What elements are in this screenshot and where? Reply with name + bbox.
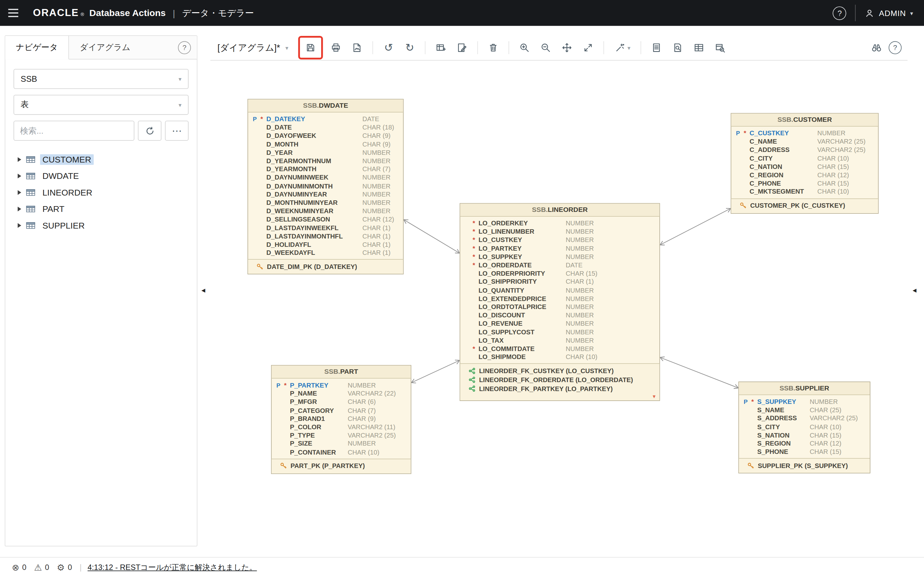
column-row[interactable]: P * D_YEARMONTHNUM NUMBER: [248, 156, 403, 165]
column-row[interactable]: P * S_ADDRESS VARCHAR2 (25): [739, 414, 870, 422]
error-counter[interactable]: ⊗ 0: [12, 563, 27, 572]
er-table-header[interactable]: SSB.PART: [272, 366, 411, 379]
auto-layout-button[interactable]: ▾: [610, 38, 636, 57]
delete-button[interactable]: [483, 38, 503, 57]
edit-button[interactable]: [452, 38, 472, 57]
expand-arrow-icon[interactable]: [18, 223, 21, 228]
column-row[interactable]: P * D_DATE CHAR (18): [248, 123, 403, 131]
er-table-dwdate[interactable]: SSB.DWDATE P * D_DATEKEY DATE: [247, 99, 404, 275]
column-row[interactable]: P * C_MKTSEGMENT CHAR (10): [731, 187, 878, 196]
tree-item[interactable]: CUSTOMER: [15, 151, 189, 168]
column-row[interactable]: P * D_DAYOFWEEK CHAR (9): [248, 131, 403, 140]
er-table-part[interactable]: SSB.PART P * P_PARTKEY NUMBER: [271, 365, 411, 474]
find-button[interactable]: [866, 38, 886, 57]
column-row[interactable]: P * LO_SUPPKEY NUMBER: [460, 252, 659, 261]
relationship-customer-lineorder[interactable]: [660, 208, 730, 245]
column-row[interactable]: P * C_CITY CHAR (10): [731, 154, 878, 162]
add-table-button[interactable]: [431, 38, 451, 57]
ddl-preview-button[interactable]: [646, 38, 666, 57]
toolbar-help-button[interactable]: ?: [887, 38, 903, 57]
key-row[interactable]: LINEORDER_FK_PARTKEY (LO_PARTKEY): [468, 384, 654, 393]
column-row[interactable]: P * C_CUSTKEY NUMBER: [731, 129, 878, 137]
column-row[interactable]: P * P_SIZE NUMBER: [272, 440, 411, 448]
refresh-button[interactable]: [138, 121, 162, 141]
schema-select[interactable]: SSB ▾: [13, 69, 189, 89]
diagram-report-button[interactable]: [668, 38, 688, 57]
column-row[interactable]: P * C_PHONE CHAR (15): [731, 179, 878, 187]
column-row[interactable]: P * D_DAYNUMINYEAR NUMBER: [248, 190, 403, 198]
undo-button[interactable]: ↺: [379, 38, 399, 57]
column-row[interactable]: P * D_HOLIDAYFL CHAR (1): [248, 240, 403, 248]
er-table-header[interactable]: SSB.DWDATE: [248, 99, 403, 112]
column-row[interactable]: P * LO_EXTENDEDPRICE NUMBER: [460, 294, 659, 303]
fit-screen-button[interactable]: [578, 38, 598, 57]
column-row[interactable]: P * P_PARTKEY NUMBER: [272, 381, 411, 389]
column-row[interactable]: P * LO_ORDERKEY NUMBER: [460, 219, 659, 227]
navigator-help-icon[interactable]: ?: [178, 41, 191, 54]
column-row[interactable]: P * C_REGION CHAR (12): [731, 171, 878, 179]
relationship-supplier-lineorder[interactable]: [660, 358, 738, 388]
column-row[interactable]: P * D_WEEKDAYFL CHAR (1): [248, 248, 403, 257]
er-table-header[interactable]: SSB.SUPPLIER: [739, 382, 870, 395]
column-row[interactable]: P * P_CATEGORY CHAR (7): [272, 406, 411, 414]
column-row[interactable]: P * S_NAME CHAR (25): [739, 406, 870, 414]
export-image-button[interactable]: [347, 38, 367, 57]
er-table-supplier[interactable]: SSB.SUPPLIER P * S_SUPPKEY NUMBER: [738, 382, 870, 474]
column-row[interactable]: P * P_TYPE VARCHAR2 (25): [272, 431, 411, 440]
er-table-customer[interactable]: SSB.CUSTOMER P * C_CUSTKEY NUMBER: [731, 113, 879, 213]
tree-item[interactable]: PART: [15, 201, 189, 217]
column-row[interactable]: P * P_CONTAINER CHAR (10): [272, 448, 411, 456]
tree-item[interactable]: DWDATE: [15, 168, 189, 184]
column-row[interactable]: P * D_SELLINGSEASON CHAR (12): [248, 215, 403, 223]
key-row[interactable]: PART_PK (P_PARTKEY): [280, 461, 406, 470]
column-row[interactable]: P * D_DATEKEY DATE: [248, 115, 403, 123]
column-row[interactable]: P * LO_SHIPMODE CHAR (10): [460, 353, 659, 361]
column-row[interactable]: P * D_LASTDAYINMONTHFL CHAR (1): [248, 232, 403, 240]
column-row[interactable]: P * S_REGION CHAR (12): [739, 439, 870, 448]
right-collapse-handle[interactable]: ◂: [911, 281, 918, 298]
column-row[interactable]: P * LO_SHIPPRIORITY CHAR (1): [460, 277, 659, 286]
key-row[interactable]: LINEORDER_FK_ORDERDATE (LO_ORDERDATE): [468, 375, 654, 384]
expand-arrow-icon[interactable]: [18, 174, 21, 179]
column-row[interactable]: P * D_WEEKNUMINYEAR NUMBER: [248, 207, 403, 215]
column-row[interactable]: P * D_DAYNUMINMONTH NUMBER: [248, 182, 403, 190]
column-row[interactable]: P * C_NATION CHAR (15): [731, 162, 878, 171]
column-row[interactable]: P * S_PHONE CHAR (15): [739, 448, 870, 456]
er-table-lineorder[interactable]: SSB.LINEORDER P * LO_ORDERKEY NUMBER: [460, 203, 660, 401]
zoom-out-button[interactable]: [536, 38, 556, 57]
status-message-link[interactable]: 4:13:12 - RESTコールが正常に解決されました。: [87, 562, 257, 572]
table-search-button[interactable]: [710, 38, 730, 57]
jobs-counter[interactable]: ⚙ 0: [57, 563, 72, 572]
menu-icon[interactable]: [8, 5, 24, 21]
column-row[interactable]: P * LO_CUSTKEY NUMBER: [460, 235, 659, 244]
column-row[interactable]: P * P_BRAND1 CHAR (9): [272, 414, 411, 423]
expand-arrow-icon[interactable]: [18, 190, 21, 195]
column-row[interactable]: P * D_MONTHNUMINYEAR NUMBER: [248, 198, 403, 207]
column-row[interactable]: P * C_NAME VARCHAR2 (25): [731, 137, 878, 145]
column-row[interactable]: P * P_NAME VARCHAR2 (22): [272, 389, 411, 398]
pan-button[interactable]: [557, 38, 577, 57]
key-row[interactable]: LINEORDER_FK_CUSTKEY (LO_CUSTKEY): [468, 366, 654, 376]
diagram-selector[interactable]: [ダイアグラム]* ▾: [218, 42, 288, 53]
column-row[interactable]: P * LO_ORDTOTALPRICE NUMBER: [460, 303, 659, 311]
column-row[interactable]: P * S_NATION CHAR (15): [739, 431, 870, 439]
more-button[interactable]: ⋯: [165, 121, 188, 141]
grid-view-button[interactable]: [689, 38, 709, 57]
column-row[interactable]: P * LO_SUPPLYCOST NUMBER: [460, 327, 659, 336]
column-row[interactable]: P * P_COLOR VARCHAR2 (11): [272, 423, 411, 431]
tree-item[interactable]: SUPPLIER: [15, 218, 189, 234]
column-row[interactable]: P * S_CITY CHAR (10): [739, 422, 870, 431]
column-row[interactable]: P * LO_ORDERPRIORITY CHAR (15): [460, 269, 659, 277]
search-input[interactable]: [13, 121, 134, 141]
key-row[interactable]: SUPPLIER_PK (S_SUPPKEY): [747, 461, 865, 470]
sidebar-collapse-handle[interactable]: ◂: [200, 281, 207, 298]
diagram-canvas[interactable]: SSB.DWDATE P * D_DATEKEY DATE: [210, 61, 908, 552]
zoom-in-button[interactable]: [515, 38, 535, 57]
column-row[interactable]: P * LO_LINENUMBER NUMBER: [460, 227, 659, 235]
column-row[interactable]: P * D_LASTDAYINWEEKFL CHAR (1): [248, 223, 403, 232]
key-row[interactable]: CUSTOMER_PK (C_CUSTKEY): [740, 201, 873, 210]
column-row[interactable]: P * D_YEARMONTH CHAR (7): [248, 165, 403, 173]
column-row[interactable]: P * LO_PARTKEY NUMBER: [460, 244, 659, 252]
filter-indicator-icon[interactable]: ▼: [652, 395, 657, 400]
help-icon[interactable]: ?: [833, 6, 846, 19]
